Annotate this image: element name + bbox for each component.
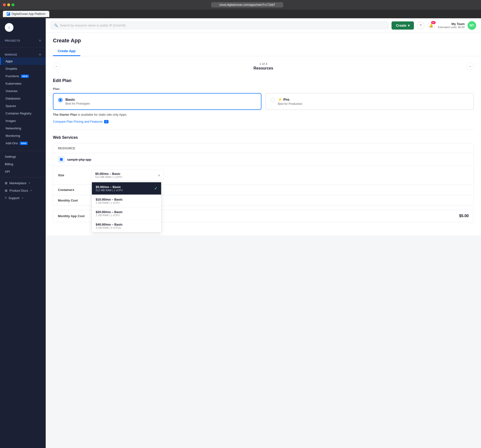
sidebar-item-marketplace[interactable]: ⊞ Marketplace ↗: [0, 179, 46, 187]
wizard-step-num: 1 of 4: [254, 62, 273, 66]
resource-row: sample-php-app: [53, 153, 473, 166]
opt-main-20: $20.00/mo – Basic: [96, 210, 123, 214]
sidebar-item-kubernetes[interactable]: Kubernetes: [0, 80, 46, 87]
search-bar[interactable]: 🔍 Search by resource name or public IP (…: [51, 21, 389, 29]
sidebar-section-projects: PROJECTS ∨: [0, 36, 46, 45]
notifications-button[interactable]: 🔔 25: [427, 22, 435, 29]
sidebar-item-label-add-ons: Add-Ons: [6, 142, 18, 145]
titlebar: cloud.digitalocean.com/apps/new?i=c71bb7: [0, 0, 481, 10]
marketplace-icon: ⊞: [5, 181, 8, 185]
main-content: ← 1 of 4 Resources → Edit Plan Plan: [46, 56, 481, 235]
compare-link-text: Compare Plan Pricing and Features: [53, 120, 103, 123]
sidebar-item-databases[interactable]: Databases: [0, 95, 46, 102]
do-logo: ○: [5, 23, 14, 32]
opt-sub-40: 4 GB RAM | 2 vCPUs: [96, 226, 123, 229]
chevron-up-icon: ∧: [158, 174, 160, 177]
create-button[interactable]: Create ▾: [391, 21, 414, 30]
wizard-nav: ← 1 of 4 Resources →: [53, 56, 474, 72]
user-name: My Team: [438, 22, 465, 26]
sidebar-logo: ○: [0, 18, 46, 36]
sidebar-item-images[interactable]: Images: [0, 117, 46, 125]
compare-link-icon: ☰: [104, 120, 108, 123]
wizard-next-button[interactable]: →: [466, 62, 474, 70]
tab-favicon: 🌊: [7, 12, 10, 16]
user-cost: Estimated costs: $0.00: [438, 26, 465, 29]
size-control-wrapper: $5.00/mo – Basic 512 MB RAM | 1 vCPU ∧: [92, 169, 469, 181]
support-icon: ?: [5, 196, 7, 200]
opt-main-5: $5.00/mo – Basic: [96, 185, 123, 189]
resource-name: sample-php-app: [67, 158, 91, 161]
resource-icon: [58, 156, 65, 163]
user-info: My Team Estimated costs: $0.00: [438, 22, 465, 29]
dropdown-option-5[interactable]: $5.00/mo – Basic 512 MB RAM | 1 vCPU ✓: [92, 182, 161, 195]
bell-icon: 🔔: [429, 23, 433, 27]
plan-name-pro: ⚡ Pro: [278, 97, 302, 102]
web-services-title: Web Services: [53, 135, 474, 140]
sidebar-manage-header: MANAGE ∧: [0, 52, 46, 58]
plan-card-content-basic: Basic Best for Prototypes: [65, 97, 90, 105]
sidebar-item-apps[interactable]: Apps: [0, 58, 46, 65]
sidebar-item-droplets[interactable]: Droplets: [0, 65, 46, 72]
tab-create-app[interactable]: Create App: [53, 47, 80, 56]
opt-sub-20: 2 GB RAM | 1 vCPU: [96, 214, 123, 217]
dropdown-option-content-10: $10.00/mo – Basic 1 GB RAM | 1 vCPU: [96, 198, 123, 204]
sidebar-item-product-docs[interactable]: ⊞ Product Docs ↗: [0, 187, 46, 194]
minimize-icon[interactable]: [7, 3, 10, 6]
sidebar-item-container-registry[interactable]: Container Registry: [0, 110, 46, 117]
help-icon: ?: [420, 23, 421, 27]
page-title: Create App: [53, 37, 474, 44]
browser-tab-active[interactable]: 🌊 DigitalOcean App Platform: [3, 11, 49, 17]
wizard-step-name: Resources: [254, 66, 273, 70]
sidebar-item-label-images: Images: [6, 119, 16, 123]
compare-link[interactable]: Compare Plan Pricing and Features ☰: [53, 120, 108, 123]
plan-card-basic[interactable]: Basic Best for Prototypes: [53, 93, 261, 110]
sidebar-item-label-monitoring: Monitoring: [6, 134, 20, 138]
help-button[interactable]: ?: [417, 22, 424, 29]
sidebar-item-label-spaces: Spaces: [6, 104, 16, 108]
wizard-prev-button[interactable]: ←: [53, 62, 60, 70]
dropdown-option-10[interactable]: $10.00/mo – Basic 1 GB RAM | 1 vCPU: [92, 195, 161, 207]
sidebar-item-support[interactable]: ? Support ↗: [0, 194, 46, 202]
close-icon[interactable]: [3, 3, 6, 6]
sidebar-item-label-networking: Networking: [6, 127, 21, 130]
url-bar[interactable]: cloud.digitalocean.com/apps/new?i=c71bb7: [211, 2, 283, 7]
docs-icon: ⊞: [5, 189, 8, 192]
avatar[interactable]: MT: [467, 21, 476, 30]
dropdown-option-40[interactable]: $40.00/mo – Basic 4 GB RAM | 2 vCPUs: [92, 220, 161, 232]
svg-rect-1: [60, 158, 62, 161]
sidebar-item-spaces[interactable]: Spaces: [0, 102, 46, 110]
monthly-cost-label: Monthly Cost: [58, 199, 92, 202]
sidebar-item-label-droplets: Droplets: [6, 67, 17, 70]
edit-plan-title: Edit Plan: [53, 78, 474, 83]
radio-inner-basic: [59, 99, 61, 101]
plan-card-pro[interactable]: ⚡ Pro Best for Production: [265, 93, 474, 110]
size-dropdown-trigger[interactable]: $5.00/mo – Basic 512 MB RAM | 1 vCPU ∧: [92, 169, 164, 181]
sidebar-item-billing[interactable]: Billing: [0, 160, 46, 168]
wizard-step: 1 of 4 Resources: [254, 62, 273, 70]
web-services-section: Web Services Resource: [53, 135, 474, 222]
size-row: Size $5.00/mo – Basic 512 MB RAM | 1 vCP…: [53, 166, 473, 185]
starter-note-bold: The Starter Plan: [53, 113, 77, 116]
sidebar-item-api[interactable]: API: [0, 168, 46, 175]
dropdown-option-20[interactable]: $20.00/mo – Basic 2 GB RAM | 1 vCPU: [92, 207, 161, 220]
sidebar-item-networking[interactable]: Networking: [0, 125, 46, 132]
sidebar-item-settings[interactable]: Settings: [0, 153, 46, 160]
size-dropdown-wrapper: $5.00/mo – Basic 512 MB RAM | 1 vCPU ∧: [92, 169, 469, 181]
plan-cards: Basic Best for Prototypes ⚡ Pro Best for…: [53, 93, 474, 110]
create-label: Create: [396, 23, 406, 27]
sidebar-item-functions[interactable]: Functions NEW: [0, 72, 46, 80]
sidebar-item-monitoring[interactable]: Monitoring: [0, 132, 46, 140]
opt-sub-5: 512 MB RAM | 1 vCPU: [96, 189, 123, 192]
radio-basic[interactable]: [58, 98, 62, 102]
sidebar-item-volumes[interactable]: Volumes: [0, 87, 46, 95]
radio-pro[interactable]: [271, 98, 275, 102]
notifications-badge: 25: [431, 21, 436, 24]
divider: [53, 129, 474, 130]
external-link-icon-support: ↗: [21, 197, 23, 199]
plan-desc-pro: Best for Production: [278, 102, 302, 105]
opt-main-10: $10.00/mo – Basic: [96, 198, 123, 201]
page-title-bar: Create App Create App: [46, 33, 481, 56]
sidebar-item-add-ons[interactable]: Add-Ons NEW: [0, 140, 46, 147]
maximize-icon[interactable]: [12, 3, 15, 6]
sidebar-item-label-apps: Apps: [6, 60, 13, 63]
